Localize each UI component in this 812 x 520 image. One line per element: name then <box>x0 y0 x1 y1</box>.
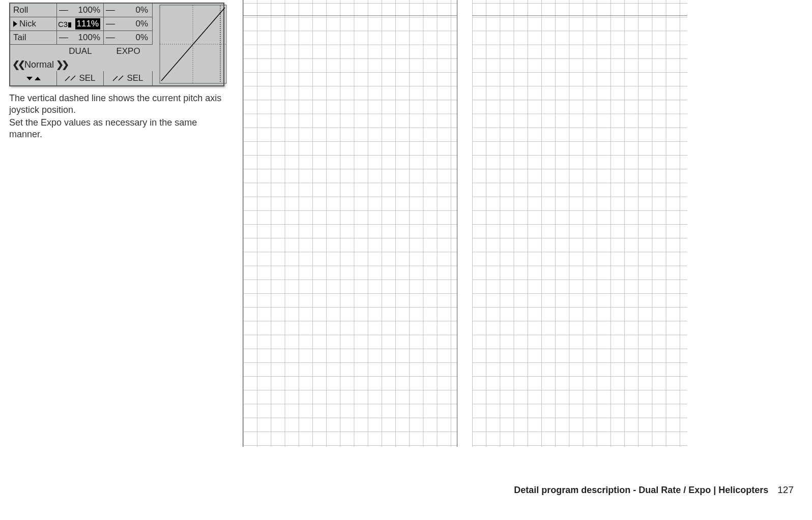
body-text: The vertical dashed line shows the curre… <box>9 93 228 140</box>
triangle-up-icon <box>35 77 41 80</box>
triangle-down-icon <box>26 77 33 80</box>
lcd-panel: Roll 100% 0% Nick C3 111% <box>9 3 224 86</box>
sel-label: SEL <box>127 73 143 83</box>
dash-icon <box>106 10 115 11</box>
switch-indicator: C3 <box>58 20 71 28</box>
sel-expo[interactable]: SEL <box>104 71 153 85</box>
response-curve-graph <box>159 5 227 84</box>
curve-icon <box>65 75 76 81</box>
paragraph: The vertical dashed line shows the curre… <box>9 93 228 116</box>
dual-value: 100% <box>78 33 100 43</box>
dash-icon <box>106 24 115 24</box>
sel-dual[interactable]: SEL <box>57 71 104 85</box>
footer-title: Detail program description - Dual Rate /… <box>514 485 768 496</box>
chevron-right-icon: ❯❯ <box>56 59 67 70</box>
note-grid-right <box>472 0 687 447</box>
row-name: Roll <box>10 4 57 17</box>
page-number: 127 <box>777 484 794 496</box>
row-expo: 0% <box>104 17 153 31</box>
row-expo: 0% <box>104 4 153 17</box>
note-grid-middle <box>243 0 457 447</box>
label-expo: EXPO <box>104 46 153 56</box>
chevron-left-icon: ❮❮ <box>12 59 23 70</box>
expo-value: 0% <box>135 5 148 15</box>
row-dual: 100% <box>57 4 104 17</box>
expo-value: 0% <box>135 33 148 43</box>
page-footer: Detail program description - Dual Rate /… <box>514 484 794 496</box>
nav-arrows[interactable] <box>10 71 57 85</box>
row-name: Tail <box>10 31 57 45</box>
row-expo: 0% <box>104 31 153 45</box>
label-dual: DUAL <box>57 46 104 56</box>
row-dual: 100% <box>57 31 104 45</box>
dash-icon <box>59 38 68 38</box>
row-name: Nick <box>10 17 57 31</box>
paragraph: Set the Expo values as necessary in the … <box>9 117 228 140</box>
sel-label: SEL <box>79 73 95 83</box>
dash-icon <box>106 38 115 38</box>
curve-icon <box>112 75 124 81</box>
dual-value: 100% <box>78 5 100 15</box>
row-dual: C3 111% <box>57 17 104 31</box>
expo-value: 0% <box>135 19 148 29</box>
dual-value: 111% <box>75 18 100 29</box>
phase-name: Normal <box>24 59 54 70</box>
dash-icon <box>59 10 68 11</box>
